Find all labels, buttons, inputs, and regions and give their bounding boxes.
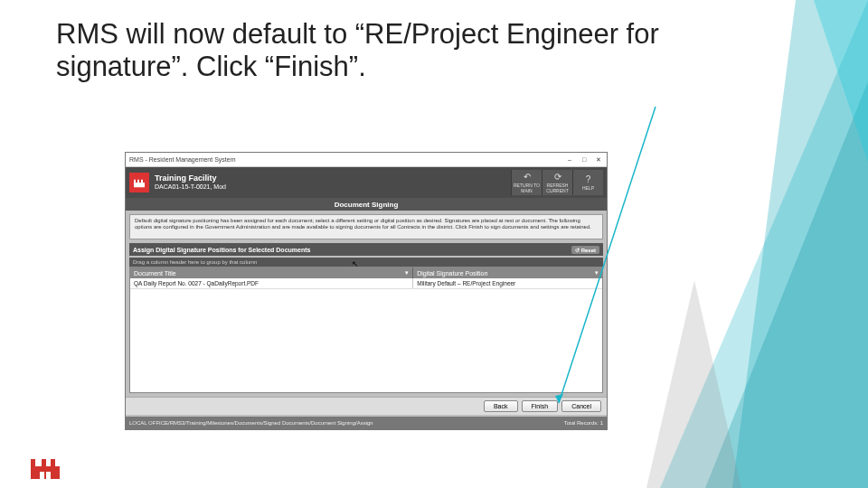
pointer-arrow — [0, 0, 868, 488]
svg-line-5 — [559, 107, 656, 403]
svg-marker-6 — [555, 394, 563, 403]
